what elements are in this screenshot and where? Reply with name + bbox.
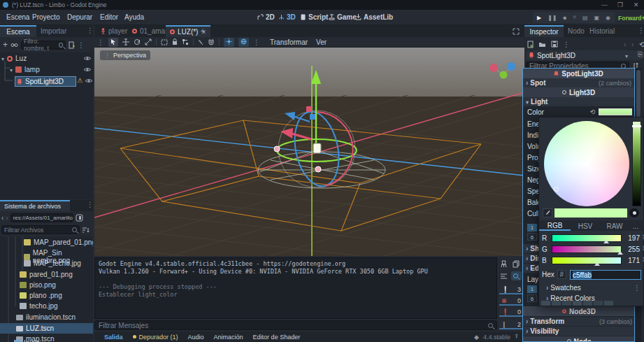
section-spot[interactable]: Spot (2 cambios)	[523, 78, 634, 87]
scene-filter-input[interactable]: Filtro: nombre, t	[21, 41, 66, 50]
picker-more-menu[interactable]: ...	[629, 221, 642, 230]
value-slider-handle[interactable]	[632, 125, 641, 127]
tab-rgb[interactable]: RGB	[539, 220, 571, 231]
nav-back-icon[interactable]: ‹	[1, 214, 3, 222]
r-slider-track[interactable]	[552, 234, 622, 242]
new-resource-icon[interactable]	[527, 41, 534, 48]
play-remote-icon[interactable]: ⌗	[573, 14, 576, 21]
menu-editor[interactable]: Editor	[100, 13, 118, 21]
category-node[interactable]: Node	[523, 336, 635, 342]
b-slider-track[interactable]	[552, 257, 622, 264]
section-light[interactable]: Light	[523, 97, 634, 106]
play-button[interactable]: ▶	[537, 15, 541, 21]
resource-options-icon[interactable]	[563, 41, 570, 48]
select-tool-button[interactable]	[108, 38, 118, 47]
movie-maker-icon[interactable]: ◉	[606, 15, 610, 21]
layers-layer-6[interactable]: 6	[527, 294, 537, 302]
rotate-tool-icon[interactable]	[134, 38, 141, 45]
hex-input[interactable]: c5ffab	[570, 270, 641, 280]
load-resource-icon[interactable]	[538, 41, 546, 48]
angle-handle[interactable]	[315, 166, 321, 172]
scene-toolbar-menu-icon[interactable]	[78, 41, 85, 49]
node-selector[interactable]: SpotLight3D ⎘	[526, 50, 643, 60]
gizmo-y-ball[interactable]	[500, 71, 508, 79]
category-light3d[interactable]: Light3D	[523, 87, 634, 97]
perspective-menu[interactable]: Perspectiva	[100, 50, 150, 60]
gizmo-z-ball[interactable]	[507, 62, 515, 71]
recent-color-swatch[interactable]	[594, 301, 603, 306]
renderer-dropdown[interactable]: Forward+	[618, 14, 644, 22]
fs-filter-input[interactable]: Filtrar Archivos	[1, 225, 80, 234]
color-wheel[interactable]	[544, 121, 629, 206]
tab-importar[interactable]: Importar	[41, 27, 66, 35]
recent-color-swatch[interactable]	[573, 301, 582, 306]
tab-animacion[interactable]: Animación	[214, 334, 243, 341]
collapse-duplicates-icon[interactable]	[500, 273, 508, 280]
pause-button[interactable]: ❚❚	[548, 15, 557, 21]
object-history-icon[interactable]: ⟲	[639, 41, 644, 48]
ruler-icon[interactable]	[198, 39, 203, 45]
fs-dock-menu-icon[interactable]	[87, 201, 94, 208]
file-row[interactable]: iluminacion.tscn	[16, 313, 76, 321]
tab-depurador[interactable]: Depurador (1)	[133, 334, 178, 341]
section-visibility[interactable]: Visibility	[523, 327, 635, 336]
revert-icon[interactable]: ⟲	[590, 108, 596, 115]
view-options-menu-icon[interactable]	[253, 38, 260, 46]
transform-menu[interactable]: Transformar	[270, 38, 308, 46]
add-node-button[interactable]: +	[3, 40, 8, 50]
search-output-toggle[interactable]	[511, 271, 522, 280]
distraction-free-icon[interactable]	[513, 28, 520, 35]
filter-errors-badge[interactable]: ⊗0	[499, 297, 523, 306]
sort-icon[interactable]	[82, 227, 90, 234]
wheel-cursor[interactable]	[554, 187, 559, 192]
file-row[interactable]: plano .png	[20, 292, 62, 299]
history-forward-icon[interactable]: ›	[631, 41, 634, 48]
r-slider-handle[interactable]	[603, 240, 609, 243]
tab-player[interactable]: player	[96, 25, 131, 37]
tab-raw[interactable]: RAW	[600, 221, 629, 230]
tab-historial[interactable]: Historial	[589, 27, 615, 35]
g-slider-track[interactable]	[552, 245, 622, 253]
file-row[interactable]: techo.jpg	[20, 302, 58, 310]
scene-dock-menu-icon[interactable]	[87, 27, 94, 34]
instance-scene-icon[interactable]	[10, 42, 18, 48]
fs-path[interactable]: res://Assets/01_amarillo/L	[10, 213, 73, 222]
open-docs-icon[interactable]: ⎘	[638, 50, 643, 59]
mode-script-button[interactable]: Script	[301, 13, 328, 21]
menu-ayuda[interactable]: Ayuda	[124, 13, 144, 21]
split-view-icon[interactable]	[76, 214, 83, 222]
tree-row-spotlight3d-selected[interactable]: SpotLight3D	[15, 76, 76, 87]
tab-escena[interactable]: Escena	[0, 25, 36, 37]
folder-row-inicio[interactable]: Inicio	[8, 339, 40, 342]
tab-sistema-archivos[interactable]: Sistema de archivos	[0, 200, 70, 211]
file-row[interactable]: piso.png	[20, 281, 56, 289]
swatches-row[interactable]: Swatches	[546, 284, 641, 292]
play-scene-icon[interactable]: ▤	[582, 15, 588, 21]
copy-output-icon[interactable]	[513, 260, 520, 268]
new-tab-button[interactable]: +	[201, 27, 205, 35]
b-slider-handle[interactable]	[594, 262, 600, 266]
viewport-3d[interactable]: Perspectiva	[94, 48, 524, 256]
recent-color-swatch[interactable]	[562, 301, 571, 306]
box-select-icon[interactable]	[161, 39, 168, 45]
tree-row-lamp[interactable]: lamp	[10, 66, 40, 73]
group-icon[interactable]	[182, 38, 189, 45]
hash-toggle[interactable]: #	[557, 270, 566, 279]
b-value[interactable]: 171	[624, 257, 640, 264]
menu-escena[interactable]: Escena	[6, 13, 29, 21]
scale-tool-icon[interactable]	[145, 38, 152, 45]
filter-editor-badge[interactable]: ❙2	[499, 320, 523, 329]
recent-color-swatch[interactable]	[541, 301, 550, 306]
close-button[interactable]: ✕	[634, 1, 639, 8]
tab-audio[interactable]: Audio	[188, 334, 204, 341]
g-slider-handle[interactable]	[617, 251, 623, 255]
warning-icon[interactable]: ⚠	[77, 77, 83, 84]
category-spotlight3d[interactable]: SpotLight3D	[523, 69, 634, 78]
nav-forward-icon[interactable]: ›	[6, 214, 8, 222]
filter-messages-badge[interactable]: ❕3	[499, 285, 523, 294]
tab-nodo[interactable]: Nodo	[568, 27, 585, 35]
tab-hsv[interactable]: HSV	[571, 221, 600, 230]
color-swatch[interactable]	[599, 108, 632, 115]
clear-output-icon[interactable]	[500, 260, 508, 268]
menu-proyecto[interactable]: Proyecto	[32, 13, 59, 21]
